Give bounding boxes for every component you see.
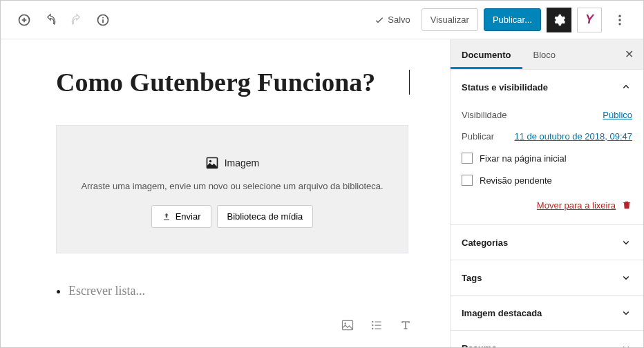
tab-block[interactable]: Bloco: [522, 40, 567, 68]
publish-date-value[interactable]: 11 de outubro de 2018, 09:47: [514, 131, 632, 142]
pending-label: Revisão pendente: [480, 175, 552, 186]
media-library-button[interactable]: Biblioteca de mídia: [217, 205, 314, 228]
add-block-button[interactable]: [12, 8, 37, 32]
more-menu-button[interactable]: [607, 8, 632, 32]
panel-featured-image-toggle[interactable]: Imagem destacada: [451, 296, 643, 330]
insert-image-button[interactable]: [339, 317, 356, 334]
svg-point-5: [618, 23, 621, 25]
block-inserter-toolbar: [339, 317, 414, 334]
undo-button[interactable]: [38, 8, 63, 32]
yoast-button[interactable]: Y: [577, 8, 602, 32]
visibility-label: Visibilidade: [462, 110, 507, 120]
redo-button[interactable]: [64, 8, 89, 32]
panel-excerpt: Resumo: [451, 331, 643, 347]
panel-status-toggle[interactable]: Status e visibilidade: [451, 70, 643, 104]
svg-point-12: [372, 328, 374, 330]
panel-tags: Tags: [451, 260, 643, 296]
visibility-value[interactable]: Público: [603, 110, 632, 120]
panel-featured-image: Imagem destacada: [451, 296, 643, 331]
upload-icon: [162, 212, 171, 222]
post-title[interactable]: Como Gutenberg Funciona?: [56, 67, 408, 97]
svg-point-7: [209, 160, 211, 162]
svg-point-3: [618, 14, 621, 17]
check-icon: [374, 14, 385, 26]
image-block-hint: Arraste uma imagem, envie um novo ou sel…: [70, 181, 394, 191]
close-sidebar-button[interactable]: ✕: [615, 39, 643, 69]
settings-button[interactable]: [547, 8, 571, 32]
settings-sidebar: Documento Bloco ✕ Status e visibilidade …: [450, 39, 643, 347]
chevron-up-icon: [620, 81, 632, 93]
preview-button[interactable]: Visualizar: [422, 8, 478, 31]
panel-tags-toggle[interactable]: Tags: [451, 260, 643, 295]
chevron-down-icon: [620, 271, 632, 284]
info-button[interactable]: [91, 8, 115, 32]
pending-checkbox[interactable]: [462, 175, 473, 186]
publish-date-label: Publicar: [462, 131, 494, 142]
publish-button[interactable]: Publicar...: [484, 8, 541, 31]
chevron-down-icon: [620, 236, 632, 249]
chevron-down-icon: [620, 307, 632, 319]
panel-categories: Categorias: [451, 225, 643, 260]
svg-rect-8: [343, 320, 353, 329]
image-block-placeholder[interactable]: Imagem Arraste uma imagem, envie um novo…: [56, 125, 408, 253]
insert-list-button[interactable]: [368, 317, 385, 334]
list-block[interactable]: Escrever lista...: [56, 284, 408, 298]
svg-point-11: [372, 325, 374, 327]
panel-excerpt-toggle[interactable]: Resumo: [451, 331, 643, 347]
trash-button[interactable]: Mover para a lixeira: [537, 200, 616, 211]
panel-categories-toggle[interactable]: Categorias: [451, 225, 643, 260]
gear-icon: [552, 13, 566, 27]
panel-status: Status e visibilidade Visibilidade Públi…: [451, 70, 643, 225]
svg-point-10: [372, 321, 374, 323]
svg-point-4: [618, 19, 621, 21]
svg-point-9: [344, 322, 346, 325]
upload-button[interactable]: Enviar: [151, 205, 211, 228]
sticky-checkbox[interactable]: [462, 153, 473, 164]
sticky-label: Fixar na página inicial: [480, 153, 567, 164]
list-placeholder: Escrever lista...: [68, 284, 145, 298]
tab-document[interactable]: Documento: [451, 40, 522, 68]
save-status: Salvo: [374, 14, 410, 26]
insert-text-button[interactable]: [397, 317, 414, 334]
trash-icon: [621, 200, 632, 211]
editor-canvas[interactable]: Como Gutenberg Funciona? Imagem Arraste …: [1, 39, 450, 347]
image-block-label: Imagem: [225, 157, 260, 168]
top-toolbar: Salvo Visualizar Publicar... Y: [1, 1, 643, 39]
svg-point-2: [102, 17, 104, 18]
chevron-down-icon: [620, 342, 632, 347]
image-icon: [205, 156, 219, 170]
